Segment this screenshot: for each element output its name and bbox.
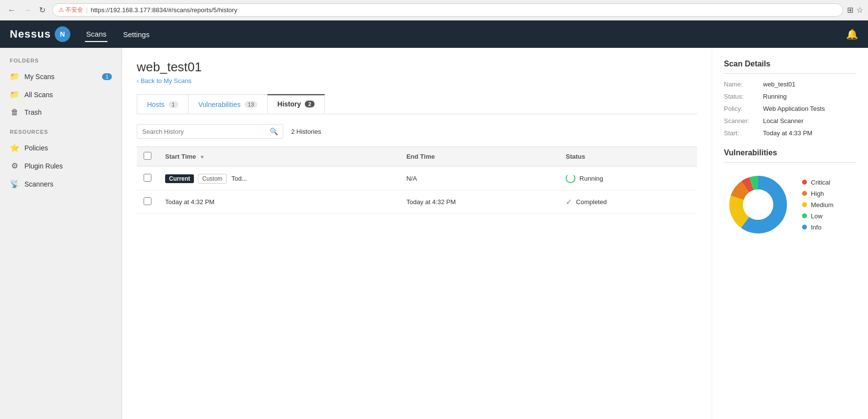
- row2-status-cell: ✓ Completed: [559, 190, 697, 214]
- back-to-my-scans-link[interactable]: ‹ Back to My Scans: [137, 77, 191, 84]
- detail-label-start: Start:: [724, 129, 758, 137]
- row1-start-time: Current Custom Tod...: [158, 167, 400, 190]
- vulnerabilities-title: Vulnerabilities: [724, 148, 856, 163]
- my-scans-badge: 1: [102, 73, 112, 80]
- sidebar-item-plugin-rules[interactable]: ⚙ Plugin Rules: [0, 157, 122, 175]
- row2-end-time: Today at 4:32 PM: [400, 190, 559, 214]
- tab-history-label: History: [277, 100, 301, 108]
- legend-medium: Medium: [802, 201, 833, 209]
- col-checkbox: [137, 147, 158, 167]
- chart-legend: Critical High Medium Low: [802, 179, 833, 231]
- row2-checkbox-cell: [137, 190, 158, 214]
- row1-start-time-text: Tod...: [232, 175, 247, 182]
- row2-start-time: Today at 4:32 PM: [158, 190, 400, 214]
- search-input[interactable]: [142, 128, 266, 135]
- trash-label: Trash: [24, 108, 112, 116]
- tag-custom: Custom: [198, 174, 227, 184]
- top-nav: Nessus N Scans Settings 🔔: [0, 21, 868, 48]
- row2-status: ✓ Completed: [566, 197, 690, 207]
- info-dot: [802, 225, 807, 230]
- detail-row-scanner: Scanner: Local Scanner: [724, 117, 856, 125]
- low-dot: [802, 213, 807, 218]
- detail-label-scanner: Scanner:: [724, 117, 758, 125]
- tab-vulnerabilities-label: Vulnerabilities: [198, 101, 241, 108]
- running-spinner-icon: [566, 173, 575, 183]
- select-all-checkbox[interactable]: [144, 152, 151, 160]
- histories-count: 2 Histories: [291, 128, 321, 135]
- trash-icon: 🗑: [10, 108, 20, 117]
- search-icon: 🔍: [270, 127, 278, 135]
- scanners-icon: 📡: [10, 179, 20, 189]
- detail-label-status: Status:: [724, 93, 758, 100]
- sidebar-item-all-scans[interactable]: 📁 All Scans: [0, 85, 122, 104]
- browser-chrome: ← → ↻ ⚠ 不安全 | https://192.168.3.177:8834…: [0, 0, 868, 21]
- info-label: Info: [811, 224, 822, 231]
- tab-history[interactable]: History 2: [267, 94, 325, 114]
- table-header-row: Start Time ▼ End Time Status: [137, 147, 697, 167]
- sidebar-item-scanners[interactable]: 📡 Scanners: [0, 175, 122, 193]
- bell-icon[interactable]: 🔔: [846, 28, 858, 40]
- table-row[interactable]: Today at 4:32 PM Today at 4:32 PM ✓ Comp…: [137, 190, 697, 214]
- address-bar[interactable]: ⚠ 不安全 | https://192.168.3.177:8834/#/sca…: [52, 3, 843, 17]
- tab-hosts[interactable]: Hosts 1: [137, 94, 189, 114]
- detail-value-start: Today at 4:33 PM: [763, 129, 812, 137]
- tag-current: Current: [165, 174, 194, 183]
- policies-icon: ⭐: [10, 143, 20, 152]
- donut-hole: [743, 189, 773, 220]
- tab-vulnerabilities-badge: 13: [245, 101, 257, 108]
- detail-row-policy: Policy: Web Application Tests: [724, 105, 856, 112]
- col-end-time[interactable]: End Time: [400, 147, 559, 167]
- row2-status-text: Completed: [576, 198, 607, 206]
- sidebar: FOLDERS 📁 My Scans 1 📁 All Scans 🗑 Trash…: [0, 48, 122, 419]
- detail-label-name: Name:: [724, 81, 758, 88]
- row1-status: Running: [566, 173, 690, 183]
- donut-chart: [724, 170, 792, 239]
- folders-label: FOLDERS: [0, 58, 122, 67]
- my-scans-label: My Scans: [24, 73, 97, 81]
- row1-checkbox[interactable]: [144, 174, 151, 182]
- folder-icon-my-scans: 📁: [10, 72, 20, 81]
- bookmark-icon[interactable]: ☆: [856, 5, 863, 15]
- back-button[interactable]: ←: [5, 5, 19, 16]
- table-row[interactable]: Current Custom Tod... N/A Running: [137, 167, 697, 190]
- scanners-label: Scanners: [24, 180, 112, 188]
- page-title: web_test01: [137, 60, 697, 75]
- all-scans-label: All Scans: [24, 91, 112, 99]
- folder-icon-all-scans: 📁: [10, 90, 20, 99]
- sidebar-item-policies[interactable]: ⭐ Policies: [0, 139, 122, 157]
- col-status[interactable]: Status: [559, 147, 697, 167]
- forward-button[interactable]: →: [21, 5, 34, 16]
- nav-settings[interactable]: Settings: [122, 27, 150, 42]
- sidebar-item-trash[interactable]: 🗑 Trash: [0, 104, 122, 121]
- content-area: FOLDERS 📁 My Scans 1 📁 All Scans 🗑 Trash…: [0, 48, 868, 419]
- legend-info: Info: [802, 224, 833, 231]
- detail-row-status: Status: Running: [724, 93, 856, 100]
- tab-vulnerabilities[interactable]: Vulnerabilities 13: [188, 94, 268, 114]
- nav-scans[interactable]: Scans: [85, 27, 107, 42]
- critical-dot: [802, 180, 807, 185]
- reload-button[interactable]: ↻: [36, 4, 48, 16]
- detail-value-status: Running: [763, 93, 786, 100]
- low-label: Low: [811, 212, 823, 220]
- detail-value-scanner: Local Scanner: [763, 117, 804, 125]
- tab-history-badge: 2: [305, 101, 315, 107]
- search-row: 🔍 2 Histories: [137, 124, 697, 139]
- right-panel: Scan Details Name: web_test01 Status: Ru…: [712, 48, 868, 419]
- page-main: web_test01 ‹ Back to My Scans Hosts 1 Vu…: [122, 48, 712, 419]
- detail-row-start: Start: Today at 4:33 PM: [724, 129, 856, 137]
- chart-area: Critical High Medium Low: [724, 170, 856, 239]
- policies-label: Policies: [24, 144, 112, 152]
- row2-checkbox[interactable]: [144, 197, 151, 205]
- completed-check-icon: ✓: [566, 197, 572, 207]
- sidebar-item-my-scans[interactable]: 📁 My Scans 1: [0, 67, 122, 85]
- app: Nessus N Scans Settings 🔔 FOLDERS 📁 My S…: [0, 21, 868, 419]
- logo: Nessus N: [10, 26, 70, 42]
- col-start-time[interactable]: Start Time ▼: [158, 147, 400, 167]
- critical-label: Critical: [811, 179, 830, 186]
- translate-icon[interactable]: ⊞: [847, 5, 853, 15]
- plugin-rules-icon: ⚙: [10, 161, 20, 170]
- row1-status-text: Running: [579, 175, 603, 182]
- row1-end-time: N/A: [400, 167, 559, 190]
- medium-dot: [802, 202, 807, 207]
- detail-value-policy: Web Application Tests: [763, 105, 825, 112]
